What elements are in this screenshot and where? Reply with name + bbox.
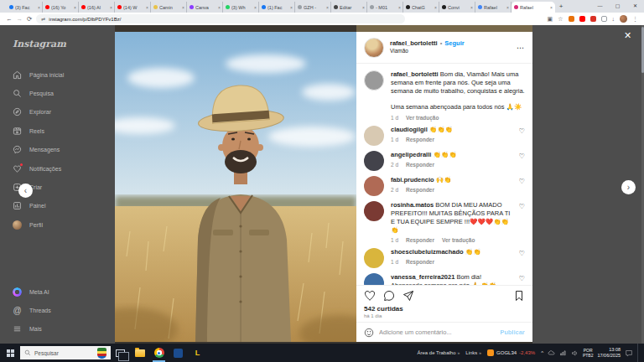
- task-view-button[interactable]: [111, 344, 130, 362]
- site-info-icon[interactable]: ⇄: [41, 16, 45, 22]
- address-bar[interactable]: ⇄ instagram.com/p/DlbPDYFv1Bz/: [36, 14, 405, 23]
- extension-icon-3[interactable]: [590, 16, 596, 22]
- commenter-username[interactable]: shoesclubeluizmachado: [391, 248, 464, 256]
- start-button[interactable]: [0, 344, 20, 362]
- taskbar-search-box[interactable]: [20, 346, 111, 359]
- browser-tab[interactable]: (14) W ×: [115, 2, 151, 13]
- bookmark-star-icon[interactable]: ☆: [558, 16, 563, 23]
- caption-translate-link[interactable]: Ver tradução: [406, 115, 439, 121]
- l-app-button[interactable]: L: [188, 344, 207, 362]
- tab-close-icon[interactable]: ×: [74, 5, 76, 10]
- like-icon[interactable]: [364, 290, 376, 302]
- taskbar-clock[interactable]: 13:08 17/06/2025: [597, 347, 621, 359]
- sidebar-item-search[interactable]: Pesquisa: [13, 84, 64, 102]
- browser-tab[interactable]: (16) Al ×: [79, 2, 115, 13]
- close-window-button[interactable]: ✕: [626, 0, 644, 12]
- back-button[interactable]: ←: [6, 15, 13, 23]
- browser-profile-avatar[interactable]: [620, 15, 627, 23]
- extension-icon-1[interactable]: [569, 16, 574, 22]
- comment-icon[interactable]: [383, 290, 395, 302]
- extension-icon-4[interactable]: [601, 16, 607, 22]
- onedrive-icon[interactable]: [548, 349, 555, 357]
- network-icon[interactable]: [559, 349, 567, 357]
- action-center-icon[interactable]: [625, 349, 633, 357]
- chrome-menu-icon[interactable]: ⋮: [632, 16, 638, 23]
- reading-mode-icon[interactable]: ▣: [548, 16, 553, 23]
- tab-close-icon[interactable]: ×: [470, 5, 473, 10]
- instagram-logo[interactable]: Instagram: [13, 39, 66, 49]
- tab-close-icon[interactable]: ×: [146, 5, 148, 10]
- comment-like-icon[interactable]: ♡: [519, 178, 525, 196]
- forward-button[interactable]: →: [17, 15, 23, 23]
- browser-tab[interactable]: Canva ×: [187, 2, 223, 13]
- tab-close-icon[interactable]: ×: [326, 5, 329, 10]
- comment-like-icon[interactable]: ♡: [519, 153, 525, 171]
- language-indicator[interactable]: POR PTB2: [583, 348, 594, 359]
- tab-close-icon[interactable]: ×: [362, 5, 365, 10]
- show-desktop-button[interactable]: [637, 344, 641, 362]
- browser-tab[interactable]: GZH - ×: [295, 2, 331, 13]
- comment-translate-link[interactable]: Ver tradução: [442, 237, 475, 243]
- tab-close-icon[interactable]: ×: [550, 5, 553, 10]
- commenter-avatar[interactable]: [364, 176, 384, 196]
- sidebar-item-more[interactable]: Mais: [13, 320, 51, 339]
- comment-reply-link[interactable]: Responder: [406, 237, 434, 243]
- post-author-username[interactable]: rafael_bortoletti: [390, 39, 438, 48]
- tab-close-icon[interactable]: ×: [398, 5, 401, 10]
- post-photo[interactable]: [115, 32, 356, 342]
- sidebar-item-dashboard[interactable]: Painel: [13, 197, 64, 215]
- comment-reply-link[interactable]: Responder: [406, 137, 434, 142]
- extension-icon-2[interactable]: [579, 16, 585, 22]
- comment-reply-link[interactable]: Responder: [406, 259, 434, 265]
- file-explorer-button[interactable]: [130, 344, 149, 362]
- close-modal-button[interactable]: ✕: [624, 30, 631, 41]
- comment-reply-link[interactable]: Responder: [406, 187, 434, 193]
- browser-tab[interactable]: (3) Wh ×: [223, 2, 259, 13]
- commenter-username[interactable]: claudiogilgil: [391, 126, 428, 133]
- comment-like-icon[interactable]: ♡: [519, 275, 525, 285]
- post-options-icon[interactable]: ⋯: [517, 44, 525, 52]
- tab-close-icon[interactable]: ×: [218, 5, 221, 10]
- volume-icon[interactable]: [571, 349, 579, 357]
- minimize-button[interactable]: —: [591, 0, 609, 12]
- commenter-avatar[interactable]: [364, 248, 384, 268]
- reload-button[interactable]: ⟳: [27, 15, 32, 23]
- sidebar-item-threads[interactable]: @ Threads: [13, 301, 51, 319]
- new-tab-button[interactable]: +: [555, 2, 567, 13]
- tab-close-icon[interactable]: ×: [290, 5, 293, 10]
- commenter-avatar[interactable]: [364, 273, 384, 285]
- desktop-toolbar[interactable]: Área de Trabalho »: [417, 350, 460, 355]
- commenter-username[interactable]: angelipedralli: [391, 151, 431, 158]
- sidebar-item-reels[interactable]: Reels: [13, 122, 64, 140]
- commenter-username[interactable]: fabi.prudencio: [391, 176, 434, 184]
- tab-close-icon[interactable]: ×: [38, 5, 40, 10]
- tray-expand-icon[interactable]: ^: [541, 350, 543, 355]
- sidebar-item-explore[interactable]: Explorar: [13, 103, 64, 122]
- browser-tab[interactable]: Camin ×: [151, 2, 187, 13]
- sidebar-item-profile[interactable]: Perfil: [13, 215, 64, 234]
- post-location[interactable]: Viamão: [390, 48, 465, 54]
- stock-widget[interactable]: GOGL34 -2,43%: [487, 349, 535, 356]
- browser-tab[interactable]: (16) Yo ×: [43, 2, 79, 13]
- likes-count[interactable]: 542 curtidas: [356, 304, 532, 313]
- tab-close-icon[interactable]: ×: [254, 5, 257, 10]
- caption-username[interactable]: rafael_bortoletti: [391, 70, 439, 78]
- chevron-icon[interactable]: »: [479, 350, 481, 355]
- browser-tab[interactable]: Convi ×: [439, 2, 475, 13]
- browser-tab[interactable]: Editar ×: [331, 2, 367, 13]
- browser-tab[interactable]: - M01 ×: [367, 2, 403, 13]
- publish-button[interactable]: Publicar: [500, 328, 525, 336]
- downloads-icon[interactable]: ↓: [612, 16, 615, 22]
- sidebar-item-home[interactable]: Página inicial: [13, 65, 64, 84]
- tab-close-icon[interactable]: ×: [506, 5, 509, 10]
- browser-tab[interactable]: (3) Fac ×: [7, 2, 43, 13]
- bookmark-icon[interactable]: [513, 290, 525, 302]
- tab-close-icon[interactable]: ×: [434, 5, 437, 10]
- mail-app-button[interactable]: [169, 344, 188, 362]
- sidebar-item-meta-ai[interactable]: Meta AI: [13, 282, 51, 301]
- tab-close-icon[interactable]: ×: [110, 5, 112, 10]
- comment-reply-link[interactable]: Responder: [406, 162, 434, 168]
- browser-tab[interactable]: (1) Fac ×: [259, 2, 295, 13]
- follow-button[interactable]: Seguir: [444, 39, 464, 48]
- sidebar-item-notifications[interactable]: Notificações: [13, 159, 64, 178]
